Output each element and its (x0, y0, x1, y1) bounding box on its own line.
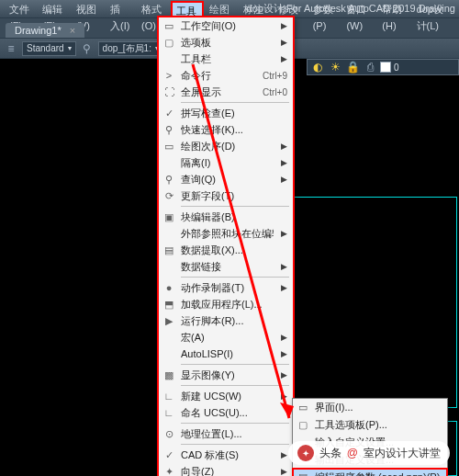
menu-item-icon: ⚲ (161, 172, 177, 187)
menu-item-label: 外部参照和块在位编辑 (181, 227, 274, 241)
color-swatch[interactable] (380, 62, 391, 73)
menu-item-label: 块编辑器(B) (181, 210, 287, 224)
submenu-item-label: 编辑程序参数 (acad.pgp)(P) (315, 470, 442, 476)
dim-style-dropdown[interactable]: dop_[布局1:▾ (98, 41, 163, 56)
menu-item[interactable]: 外部参照和块在位编辑▶ (159, 225, 293, 242)
menu-item[interactable]: ▭工作空间(O)▶ (159, 17, 293, 34)
menu-item[interactable]: AutoLISP(I)▶ (159, 346, 293, 362)
menu-item-label: 快速选择(K)... (181, 123, 287, 137)
submenu-item[interactable]: ▤编辑程序参数 (acad.pgp)(P) (293, 469, 447, 476)
menu-item-icon: ⛶ (161, 85, 177, 99)
submenu-item[interactable]: ▭界面(I)... (293, 399, 447, 416)
menu-edit[interactable]: 编辑(E) (37, 1, 71, 17)
menu-item-label: AutoLISP(I) (181, 348, 274, 359)
menu-item-label: 全屏显示 (181, 85, 259, 99)
menu-item-label: 选项板 (181, 36, 274, 50)
drawing-object (292, 197, 457, 408)
avatar-icon: ✦ (297, 445, 314, 461)
menu-item[interactable]: ✦向导(Z)▶ (159, 463, 293, 476)
menu-item[interactable]: ⬒加载应用程序(L)... (159, 296, 293, 312)
menu-item[interactable]: ⊙地理位置(L)... (159, 425, 293, 442)
menu-item-icon (161, 155, 177, 170)
menu-item-icon: ▣ (161, 210, 177, 224)
submenu-arrow-icon: ▶ (281, 283, 287, 292)
submenu-arrow-icon: ▶ (281, 370, 287, 380)
menu-item-label: 工作空间(O) (181, 19, 274, 33)
menu-item-label: CAD 标准(S) (181, 448, 274, 462)
sun-icon[interactable]: ☀ (328, 60, 342, 74)
menu-item-icon: ⊙ (161, 426, 177, 441)
menu-item-label: 工具栏 (181, 52, 274, 66)
menu-item-icon: > (161, 68, 177, 83)
menu-item[interactable]: >命令行Ctrl+9 (159, 67, 293, 84)
menu-item[interactable]: ✓拼写检查(E) (159, 105, 293, 121)
menu-item[interactable]: 隔离(I)▶ (159, 154, 293, 171)
submenu-item-icon: ▭ (295, 401, 311, 415)
submenu-item-label: 工具选项板(P)... (315, 418, 442, 432)
menu-item[interactable]: ∟命名 UCS(U)... (159, 404, 293, 421)
menu-item-label: 加载应用程序(L)... (181, 298, 287, 312)
menu-item-label: 地理位置(L)... (181, 427, 287, 441)
menu-item[interactable]: 宏(A)▶ (159, 329, 293, 346)
menu-item-icon (161, 51, 177, 66)
menu-file[interactable]: 文件(F) (4, 1, 37, 17)
menu-item[interactable]: ⟳更新字段(T) (159, 187, 293, 204)
submenu-arrow-icon: ▶ (281, 175, 287, 184)
menu-item[interactable]: ▶运行脚本(R)... (159, 312, 293, 329)
menu-tools[interactable]: 工具(T) (171, 1, 204, 17)
menu-item[interactable]: ⚲快速选择(K)... (159, 121, 293, 138)
menu-item-label: 查询(Q) (181, 173, 274, 187)
menu-item[interactable]: ∟新建 UCS(W)▶ (159, 388, 293, 404)
submenu-item[interactable]: ▢工具选项板(P)... (293, 416, 447, 434)
menu-item-shortcut: Ctrl+9 (263, 71, 287, 81)
menu-item[interactable]: 工具栏▶ (159, 51, 293, 67)
menu-format[interactable]: 格式(O) (136, 1, 171, 17)
submenu-arrow-icon: ▶ (281, 142, 287, 151)
menu-item-icon: ▭ (161, 139, 177, 153)
magnify-icon[interactable]: ⚲ (80, 41, 95, 56)
menu-item-icon: ✓ (161, 106, 177, 120)
menu-item-label: 绘图次序(D) (181, 140, 274, 153)
tools-dropdown-menu: ▭工作空间(O)▶▢选项板▶工具栏▶>命令行Ctrl+9⛶全屏显示Ctrl+0✓… (158, 17, 294, 476)
submenu-arrow-icon: ▶ (281, 229, 287, 238)
menu-item-icon: ⟳ (161, 188, 177, 203)
menu-item[interactable]: ⚲查询(Q)▶ (159, 171, 293, 187)
menu-item[interactable]: ▩显示图像(Y)▶ (159, 367, 293, 383)
menu-item-icon: ⚲ (161, 122, 177, 137)
menu-item-icon (161, 259, 177, 274)
tab-label: Drawing1* (15, 25, 62, 36)
plot-icon[interactable]: ⎙ (363, 60, 377, 74)
menu-item[interactable]: ⛶全屏显示Ctrl+0 (159, 84, 293, 100)
menu-item-icon: ∟ (161, 389, 177, 403)
properties-panel[interactable]: ◐ ☀ 🔒 ⎙ 0 (307, 59, 459, 75)
menu-item-icon: ▤ (161, 243, 177, 257)
submenu-item-label: 界面(I)... (315, 401, 442, 414)
menu-item[interactable]: ▢选项板▶ (159, 34, 293, 51)
menu-insert[interactable]: 插入(I) (105, 1, 136, 17)
watermark: ✦ 头条 @ 室内设计大讲堂 (288, 441, 450, 465)
menu-item[interactable]: 数据链接▶ (159, 258, 293, 275)
menu-item-icon: ✦ (161, 464, 177, 476)
menu-item[interactable]: ▤数据提取(X)... (159, 242, 293, 258)
menu-item-icon (161, 330, 177, 345)
menu-item-label: 数据提取(X)... (181, 244, 287, 257)
menu-item-label: 宏(A) (181, 331, 274, 345)
bulb-icon[interactable]: ◐ (310, 60, 325, 74)
layer-name: 0 (394, 62, 399, 73)
menu-item-icon: ▢ (161, 35, 177, 50)
menu-draw[interactable]: 绘图(D) (204, 1, 238, 17)
text-style-dropdown[interactable]: Standard▾ (22, 41, 76, 56)
menu-item-label: 隔离(I) (181, 156, 274, 170)
menu-item[interactable]: ✓CAD 标准(S)▶ (159, 447, 293, 463)
menu-item[interactable]: ▭绘图次序(D)▶ (159, 138, 293, 154)
layers-icon[interactable]: ≡ (4, 41, 18, 56)
menu-item[interactable]: ●动作录制器(T)▶ (159, 279, 293, 296)
document-tab[interactable]: Drawing1* × (6, 23, 84, 38)
menu-item[interactable]: ▣块编辑器(B) (159, 209, 293, 225)
menu-item-icon: ▩ (161, 368, 177, 382)
menu-view[interactable]: 视图(V) (71, 1, 105, 17)
lock-icon[interactable]: 🔒 (345, 60, 360, 74)
close-icon[interactable]: × (70, 25, 75, 36)
menu-item-label: 显示图像(Y) (181, 368, 274, 382)
submenu-item-icon: ▢ (295, 418, 311, 433)
